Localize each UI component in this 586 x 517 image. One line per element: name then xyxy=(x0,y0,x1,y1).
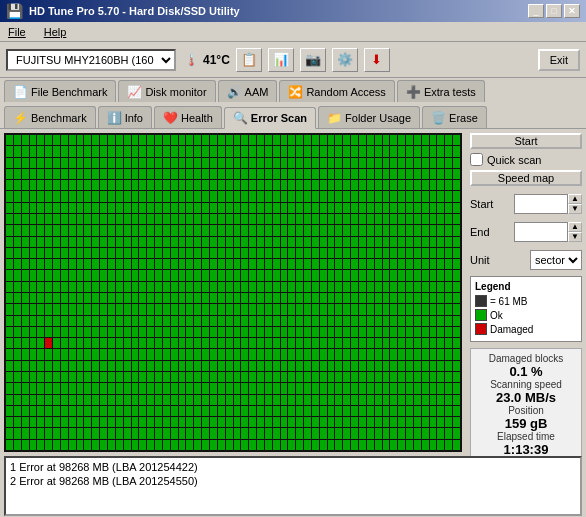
grid-cell xyxy=(281,372,288,382)
grid-cell xyxy=(390,417,397,427)
grid-cell xyxy=(273,293,280,303)
grid-cell xyxy=(375,440,382,450)
grid-cell xyxy=(422,440,429,450)
end-spin-up[interactable]: ▲ xyxy=(568,222,582,232)
grid-cell xyxy=(320,428,327,438)
start-button[interactable]: Start xyxy=(470,133,582,149)
grid-cell xyxy=(186,440,193,450)
grid-cell xyxy=(124,135,131,145)
start-spin-up[interactable]: ▲ xyxy=(568,194,582,204)
grid-cell xyxy=(155,383,162,393)
grid-cell xyxy=(22,259,29,269)
unit-selector[interactable]: sector xyxy=(530,250,582,270)
grid-cell xyxy=(281,225,288,235)
tab-random-access[interactable]: 🔀 Random Access xyxy=(279,80,394,102)
grid-cell xyxy=(147,338,154,348)
menu-file[interactable]: File xyxy=(4,25,30,39)
maximize-button[interactable]: □ xyxy=(546,4,562,18)
grid-cell xyxy=(367,327,374,337)
toolbar-btn-4[interactable]: ⚙️ xyxy=(332,48,358,72)
exit-button[interactable]: Exit xyxy=(538,49,580,71)
grid-cell xyxy=(53,293,60,303)
grid-cell xyxy=(430,158,437,168)
grid-cell xyxy=(445,158,452,168)
toolbar-btn-1[interactable]: 📋 xyxy=(236,48,262,72)
grid-cell xyxy=(108,293,115,303)
grid-cell xyxy=(445,383,452,393)
grid-cell xyxy=(335,406,342,416)
grid-cell xyxy=(445,248,452,258)
grid-cell xyxy=(430,383,437,393)
grid-cell xyxy=(179,406,186,416)
grid-cell xyxy=(312,372,319,382)
speed-map-button[interactable]: Speed map xyxy=(470,170,582,186)
grid-cell xyxy=(45,338,52,348)
grid-cell xyxy=(163,383,170,393)
grid-cell xyxy=(398,237,405,247)
grid-cell xyxy=(194,169,201,179)
grid-cell xyxy=(351,248,358,258)
start-spin-down[interactable]: ▼ xyxy=(568,204,582,214)
close-button[interactable]: ✕ xyxy=(564,4,580,18)
tab-folder-usage[interactable]: 📁 Folder Usage xyxy=(318,106,420,128)
grid-cell xyxy=(453,361,460,371)
grid-cell xyxy=(422,225,429,235)
grid-cell xyxy=(37,372,44,382)
toolbar-btn-5[interactable]: ⬇ xyxy=(364,48,390,72)
grid-cell xyxy=(406,191,413,201)
tab-aam[interactable]: 🔊 AAM xyxy=(218,80,278,102)
grid-cell xyxy=(202,203,209,213)
grid-cell xyxy=(257,270,264,280)
tab-extra-tests[interactable]: ➕ Extra tests xyxy=(397,80,485,102)
grid-cell xyxy=(14,158,21,168)
grid-cell xyxy=(406,282,413,292)
menu-help[interactable]: Help xyxy=(40,25,71,39)
grid-cell xyxy=(383,428,390,438)
grid-cell xyxy=(406,237,413,247)
tab-benchmark[interactable]: ⚡ Benchmark xyxy=(4,106,96,128)
window-title: HD Tune Pro 5.70 - Hard Disk/SSD Utility xyxy=(29,5,240,17)
grid-cell xyxy=(108,282,115,292)
grid-cell xyxy=(312,417,319,427)
grid-cell xyxy=(132,304,139,314)
grid-cell xyxy=(304,282,311,292)
grid-cell xyxy=(414,440,421,450)
tab-error-scan[interactable]: 🔍 Error Scan xyxy=(224,107,316,129)
grid-cell xyxy=(241,428,248,438)
tab-erase[interactable]: 🗑️ Erase xyxy=(422,106,487,128)
toolbar-btn-2[interactable]: 📊 xyxy=(268,48,294,72)
grid-cell xyxy=(241,270,248,280)
grid-cell xyxy=(14,327,21,337)
grid-cell xyxy=(398,417,405,427)
grid-cell xyxy=(84,417,91,427)
grid-cell xyxy=(92,349,99,359)
grid-cell xyxy=(367,349,374,359)
grid-cell xyxy=(406,349,413,359)
grid-cell xyxy=(61,338,68,348)
drive-selector[interactable]: FUJITSU MHY2160BH (160 gB) xyxy=(6,49,176,71)
grid-cell xyxy=(30,417,37,427)
end-input[interactable]: 312576704 xyxy=(514,222,568,242)
tab-health[interactable]: ❤️ Health xyxy=(154,106,222,128)
grid-cell xyxy=(194,304,201,314)
tab-disk-monitor[interactable]: 📈 Disk monitor xyxy=(118,80,215,102)
tab-file-benchmark[interactable]: 📄 File Benchmark xyxy=(4,80,116,102)
grid-cell xyxy=(414,304,421,314)
grid-cell xyxy=(53,440,60,450)
grid-cell xyxy=(265,146,272,156)
grid-cell xyxy=(179,135,186,145)
toolbar-btn-3[interactable]: 📷 xyxy=(300,48,326,72)
damaged-blocks-label: Damaged blocks xyxy=(489,353,563,364)
grid-cell xyxy=(453,237,460,247)
end-spin-down[interactable]: ▼ xyxy=(568,232,582,242)
elapsed-value: 1:13:39 xyxy=(475,442,577,457)
grid-cell xyxy=(320,395,327,405)
grid-cell xyxy=(312,406,319,416)
start-input[interactable]: 0 xyxy=(514,194,568,214)
grid-cell xyxy=(328,225,335,235)
grid-cell xyxy=(304,214,311,224)
tab-info[interactable]: ℹ️ Info xyxy=(98,106,152,128)
grid-cell xyxy=(234,316,241,326)
minimize-button[interactable]: _ xyxy=(528,4,544,18)
quick-scan-checkbox[interactable] xyxy=(470,153,483,166)
